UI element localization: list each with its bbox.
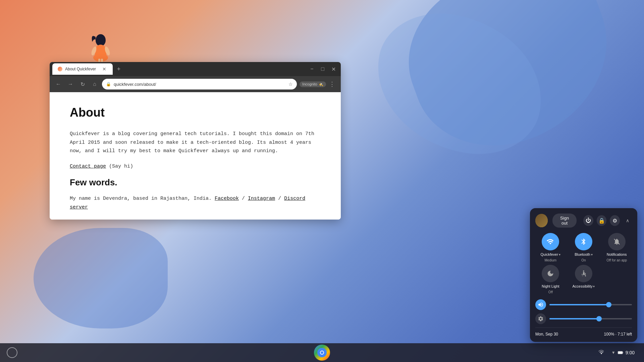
night-light-toggle-icon[interactable] [542,265,559,282]
browser-titlebar: About Quickfever ✕ + − □ ✕ [50,62,341,76]
tab-close-button[interactable]: ✕ [101,66,107,72]
toggles-grid: Quickfever ▾ Medium Bluetooth ▾ On [535,233,632,294]
panel-footer: Mon, Sep 30 100% · 7:17 left [535,327,632,337]
accessibility-toggle-label: Accessibility [573,284,593,288]
contact-suffix: (Say hi) [106,164,133,169]
avatar-image [535,214,548,227]
wifi-toggle-sublabel: Medium [545,258,557,262]
new-tab-button[interactable]: + [114,64,123,74]
slash1: / [239,196,248,201]
svg-rect-14 [623,352,623,353]
volume-slider-thumb[interactable] [606,302,611,307]
toggle-notifications[interactable]: Notifications Off for an app [601,233,632,262]
svg-point-8 [583,270,584,272]
wifi-toggle-icon[interactable] [542,233,559,250]
reload-button[interactable]: ↻ [78,79,87,89]
brightness-slider-fill [549,318,599,319]
bluetooth-toggle-label: Bluetooth [575,252,590,256]
forward-button[interactable]: → [66,79,75,89]
contact-link[interactable]: Contact page [70,164,106,169]
taskbar: ▼ 9:00 [0,343,644,362]
sign-out-button[interactable]: Sign out [552,214,577,228]
notifications-toggle-icon[interactable] [608,233,626,250]
accessibility-label-row: Accessibility ▾ [573,284,595,288]
expand-panel-button[interactable]: ∧ [623,216,632,225]
incognito-label: Incognito [302,82,317,86]
url-display: quickfever.com/about/ [114,82,286,87]
toggle-accessibility[interactable]: Accessibility ▾ [569,265,599,294]
panel-header: Sign out ⏻ 🔒 ⚙ ∧ [535,214,632,228]
close-button[interactable]: ✕ [329,64,338,74]
minimize-button[interactable]: − [307,64,317,74]
chrome-launcher-button[interactable] [314,345,330,361]
toggle-bluetooth[interactable]: Bluetooth ▾ On [569,233,599,262]
home-button[interactable]: ⌂ [90,79,99,89]
incognito-icon: 🕵 [319,82,323,86]
slash2: / [275,196,284,201]
page-paragraph-1: Quickfever is a blog covering general te… [70,130,321,156]
bluetooth-toggle-icon[interactable] [575,233,592,250]
volume-slider-row [535,299,632,310]
notifications-toggle-sublabel: Off for an app [606,258,627,262]
night-light-toggle-label: Night Light [542,284,559,288]
lock-icon: 🔒 [106,82,111,86]
active-tab[interactable]: About Quickfever ✕ [52,63,113,75]
taskbar-wifi-down-icon: ▼ [611,350,615,355]
time-display[interactable]: ▼ 9:00 [607,348,639,357]
window-controls: − □ ✕ [307,64,338,74]
page-subheading: Few words. [70,177,321,188]
volume-slider-fill [549,304,609,305]
notifications-toggle-label: Notifications [607,252,627,256]
facebook-link[interactable]: Facebook [215,196,239,201]
volume-slider-track[interactable] [549,304,632,305]
bluetooth-label-row: Bluetooth ▾ [575,252,592,256]
page-heading: About [70,106,321,120]
maximize-button[interactable]: □ [318,64,327,74]
incognito-badge: Incognito 🕵 [300,81,326,87]
bookmark-icon[interactable]: ☆ [288,81,293,87]
toolbar-extras: Incognito 🕵 ⋮ [300,79,337,89]
bg-blob-2 [34,228,168,328]
system-panel: Sign out ⏻ 🔒 ⚙ ∧ Quickfever ▾ [530,208,637,342]
taskbar-center [314,345,330,361]
svg-rect-13 [618,352,622,354]
battery-icon [618,350,624,356]
brightness-slider-thumb[interactable] [596,316,602,321]
toggle-wifi[interactable]: Quickfever ▾ Medium [535,233,566,262]
contact-line: Contact page (Say hi) [70,162,321,171]
toggle-night-light[interactable]: Night Light Off [535,265,566,294]
tab-title: About Quickfever [65,67,99,71]
launcher-circle-icon [7,347,17,358]
browser-toolbar: ← → ↻ ⌂ 🔒 quickfever.com/about/ ☆ Incogn… [50,76,341,92]
more-options-button[interactable]: ⋮ [327,79,337,89]
lock-button[interactable]: 🔒 [597,215,607,226]
launcher-button[interactable] [5,346,19,359]
address-bar[interactable]: 🔒 quickfever.com/about/ ☆ [102,79,297,89]
instagram-link[interactable]: Instagram [248,196,275,201]
bio-prefix: My name is Devendra, based in Rajasthan,… [70,196,215,201]
browser-content: About Quickfever is a blog covering gene… [50,92,341,220]
tab-favicon [58,67,62,71]
accessibility-toggle-arrow: ▾ [593,285,595,288]
bluetooth-toggle-sublabel: On [581,258,586,262]
taskbar-right: ▼ 9:00 [598,348,639,357]
taskbar-left [5,346,19,359]
taskbar-time: 9:00 [626,350,635,355]
brightness-slider-row [535,313,632,324]
svg-point-2 [93,54,108,62]
bio-line: My name is Devendra, based in Rajasthan,… [70,194,321,212]
settings-button[interactable]: ⚙ [610,215,620,226]
svg-point-0 [96,34,106,46]
power-button[interactable]: ⏻ [583,215,593,226]
accessibility-toggle-icon[interactable] [575,265,592,282]
wifi-toggle-arrow: ▾ [559,253,560,256]
taskbar-wifi-icon [598,349,605,357]
desktop: About Quickfever ✕ + − □ ✕ ← → ↻ ⌂ 🔒 qui… [0,0,644,362]
desktop-illustration [80,27,121,67]
panel-battery: 100% · 7:17 left [604,332,632,337]
volume-icon[interactable] [535,299,546,310]
browser-window: About Quickfever ✕ + − □ ✕ ← → ↻ ⌂ 🔒 qui… [50,62,341,220]
back-button[interactable]: ← [54,79,63,89]
brightness-icon[interactable] [535,313,546,324]
brightness-slider-track[interactable] [549,318,632,319]
